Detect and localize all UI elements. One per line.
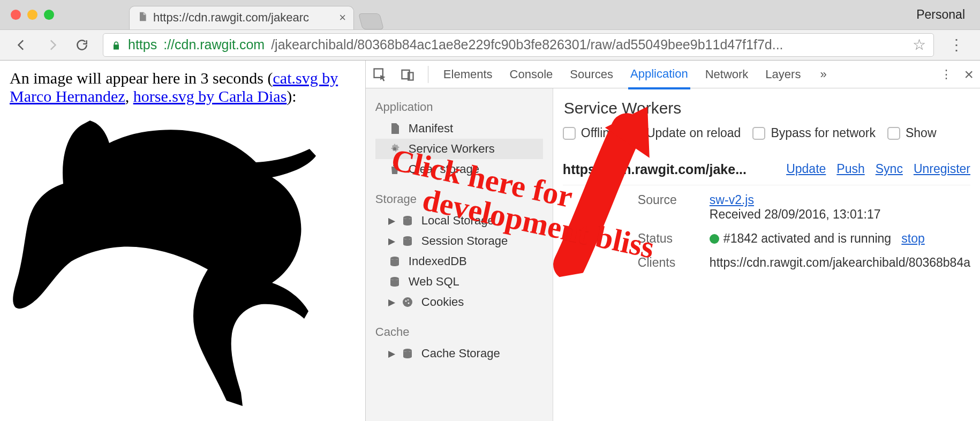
sidebar-item-web-sql[interactable]: Web SQL: [375, 272, 543, 292]
sidebar-item-service-workers[interactable]: Service Workers: [375, 139, 543, 159]
sw-option-label: Update on reload: [646, 126, 741, 140]
devtools-tab-application[interactable]: Application: [628, 61, 690, 89]
sw-option-bypass-for-network[interactable]: Bypass for network: [752, 126, 876, 140]
page-text: ):: [287, 87, 296, 105]
sidebar-item-clear-storage[interactable]: Clear storage: [375, 159, 543, 179]
bookmark-star-icon[interactable]: ☆: [913, 36, 926, 54]
db-icon: [401, 347, 414, 360]
svg-point-12: [403, 349, 412, 352]
tab-title: https://cdn.rawgit.com/jakearc: [153, 11, 309, 25]
devtools-sidebar: ApplicationManifestService WorkersClear …: [366, 88, 553, 421]
checkbox-icon: ✓: [628, 127, 641, 140]
profile-label[interactable]: Personal: [916, 7, 965, 22]
devtools-tabstrip: ElementsConsoleSourcesApplicationNetwork…: [366, 61, 980, 88]
svg-point-4: [403, 216, 412, 219]
devtools-close-button[interactable]: ×: [964, 65, 974, 84]
url-host: ://cdn.rawgit.com: [163, 37, 265, 52]
sw-action-sync[interactable]: Sync: [876, 162, 903, 177]
sidebar-item-local-storage[interactable]: ▶Local Storage: [375, 210, 543, 231]
page-intro: An image will appear here in 3 seconds (…: [10, 69, 356, 106]
sidebar-item-indexeddb[interactable]: IndexedDB: [375, 251, 543, 272]
inspect-element-icon[interactable]: [372, 67, 387, 82]
rendered-page: An image will appear here in 3 seconds (…: [0, 61, 365, 421]
address-bar[interactable]: https://cdn.rawgit.com/jakearchibald/803…: [103, 33, 934, 57]
sw-options-row: Offline✓Update on reloadBypass for netwo…: [563, 126, 970, 140]
sw-clients-label: Clients: [638, 255, 702, 270]
forward-button[interactable]: [43, 36, 61, 54]
sidebar-item-label: Local Storage: [421, 214, 494, 228]
sw-clients-text: https://cdn.rawgit.com/jakearchibald/803…: [710, 255, 970, 270]
sw-action-push[interactable]: Push: [836, 162, 864, 177]
sidebar-group-title: Storage: [375, 189, 543, 210]
devtools-tab-network[interactable]: Network: [703, 61, 751, 88]
sw-option-label: Offline: [581, 126, 616, 140]
devtools-tab-layers[interactable]: Layers: [763, 61, 803, 88]
disclosure-triangle-icon: ▶: [388, 348, 396, 359]
tab-close-button[interactable]: ×: [339, 11, 346, 25]
sw-option-label: Bypass for network: [771, 126, 876, 140]
sw-option-show[interactable]: Show: [887, 126, 937, 140]
gear-icon: [388, 142, 401, 155]
horse-image: [10, 109, 356, 412]
file-icon: [137, 11, 148, 24]
disclosure-triangle-icon: ▶: [388, 297, 396, 308]
reload-button[interactable]: [73, 36, 91, 54]
sidebar-item-session-storage[interactable]: ▶Session Storage: [375, 231, 543, 251]
devtools-tabs-overflow[interactable]: »: [818, 61, 828, 88]
url-scheme: https: [128, 37, 157, 52]
close-window-button[interactable]: [11, 10, 21, 20]
url-path: /jakearchibald/80368b84ac1ae8e229fc90b3f…: [271, 37, 783, 52]
sw-action-unregister[interactable]: Unregister: [914, 162, 970, 177]
link-horse-svg[interactable]: horse.svg by Carla Dias: [133, 87, 287, 105]
cookie-icon: [401, 296, 414, 309]
sw-received-text: Received 28/09/2016, 13:01:17: [710, 207, 881, 221]
devtools-menu-icon[interactable]: ⋮: [940, 67, 952, 81]
page-text: ,: [125, 87, 133, 105]
sw-source-label: Source: [638, 193, 702, 222]
sw-action-links: UpdatePushSyncUnregister: [786, 162, 970, 177]
disclosure-triangle-icon: ▶: [388, 215, 396, 227]
trash-icon: [388, 163, 401, 176]
sidebar-group-title: Application: [375, 97, 543, 118]
sw-status-text: #1842 activated and is running: [723, 231, 891, 245]
checkbox-icon: [752, 127, 765, 140]
sw-option-update-on-reload[interactable]: ✓Update on reload: [628, 126, 741, 140]
db-icon: [401, 235, 414, 247]
sidebar-item-cookies[interactable]: ▶Cookies: [375, 292, 543, 312]
sidebar-item-label: Clear storage: [409, 162, 479, 176]
sidebar-item-manifest[interactable]: Manifest: [375, 118, 543, 139]
maximize-window-button[interactable]: [44, 10, 54, 20]
sw-origin: https://cdn.rawgit.com/jake...: [563, 162, 747, 177]
minimize-window-button[interactable]: [27, 10, 37, 20]
sidebar-item-label: Cookies: [421, 295, 464, 309]
service-workers-pane: Service Workers Offline✓Update on reload…: [553, 88, 980, 421]
sw-option-offline[interactable]: Offline: [563, 126, 616, 140]
devtools-tab-elements[interactable]: Elements: [441, 61, 495, 88]
lock-icon: [111, 39, 122, 51]
svg-point-11: [408, 299, 409, 300]
device-toolbar-icon[interactable]: [400, 67, 415, 82]
sw-source-link[interactable]: sw-v2.js: [710, 193, 754, 207]
page-text: An image will appear here in 3 seconds (: [10, 69, 273, 87]
sidebar-item-label: Service Workers: [409, 142, 495, 156]
window-controls: [11, 10, 54, 20]
devtools-panel: ElementsConsoleSourcesApplicationNetwork…: [365, 61, 980, 421]
sw-action-update[interactable]: Update: [786, 162, 826, 177]
browser-tab[interactable]: https://cdn.rawgit.com/jakearc ×: [129, 6, 354, 29]
sw-details: Source sw-v2.js Received 28/09/2016, 13:…: [638, 193, 970, 270]
db-icon: [388, 275, 401, 288]
sw-stop-link[interactable]: stop: [901, 231, 924, 245]
manifest-icon: [388, 122, 401, 135]
new-tab-button[interactable]: [358, 13, 384, 29]
tab-strip: https://cdn.rawgit.com/jakearc ×: [129, 0, 916, 29]
devtools-tab-console[interactable]: Console: [508, 61, 555, 88]
devtools-tab-sources[interactable]: Sources: [568, 61, 615, 88]
sidebar-item-label: Session Storage: [421, 234, 508, 248]
sidebar-item-cache-storage[interactable]: ▶Cache Storage: [375, 343, 543, 364]
browser-menu-button[interactable]: ⋮: [946, 36, 967, 54]
sw-option-label: Show: [906, 126, 937, 140]
checkbox-icon: [887, 127, 900, 140]
db-icon: [388, 255, 401, 268]
svg-point-8: [403, 297, 412, 307]
back-button[interactable]: [13, 36, 31, 54]
